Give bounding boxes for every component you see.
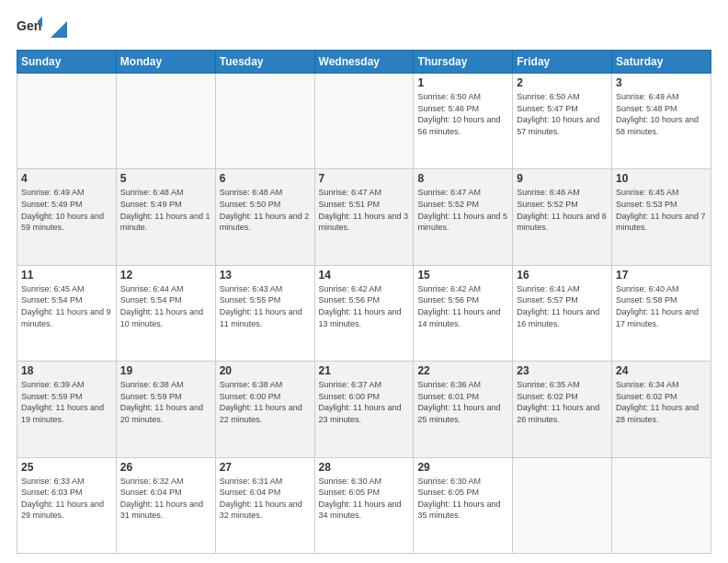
calendar-week-row: 25Sunrise: 6:33 AMSunset: 6:03 PMDayligh…: [17, 457, 711, 553]
calendar-cell: [215, 74, 314, 169]
day-number: 2: [517, 76, 608, 89]
calendar-cell: 6Sunrise: 6:48 AMSunset: 5:50 PMDaylight…: [215, 169, 314, 265]
calendar-cell: 26Sunrise: 6:32 AMSunset: 6:04 PMDayligh…: [116, 457, 215, 553]
calendar-cell: 7Sunrise: 6:47 AMSunset: 5:51 PMDaylight…: [314, 169, 414, 265]
calendar-cell: [513, 457, 612, 553]
day-info: Sunrise: 6:50 AMSunset: 5:47 PMDaylight:…: [517, 91, 608, 137]
day-number: 23: [517, 364, 608, 377]
day-info: Sunrise: 6:30 AMSunset: 6:05 PMDaylight:…: [417, 476, 508, 522]
day-info: Sunrise: 6:47 AMSunset: 5:51 PMDaylight:…: [319, 187, 410, 233]
day-info: Sunrise: 6:38 AMSunset: 5:59 PMDaylight:…: [120, 379, 211, 425]
calendar-cell: 19Sunrise: 6:38 AMSunset: 5:59 PMDayligh…: [116, 362, 215, 457]
day-number: 15: [417, 269, 508, 282]
day-info: Sunrise: 6:33 AMSunset: 6:03 PMDaylight:…: [21, 476, 112, 522]
day-number: 7: [319, 172, 410, 185]
day-info: Sunrise: 6:44 AMSunset: 5:54 PMDaylight:…: [120, 283, 211, 329]
day-number: 5: [120, 172, 211, 185]
day-number: 16: [517, 269, 608, 282]
day-number: 11: [21, 269, 112, 282]
day-info: Sunrise: 6:50 AMSunset: 5:46 PMDaylight:…: [417, 91, 508, 137]
day-number: 24: [616, 364, 707, 377]
day-info: Sunrise: 6:37 AMSunset: 6:00 PMDaylight:…: [319, 379, 410, 425]
calendar-cell: 25Sunrise: 6:33 AMSunset: 6:03 PMDayligh…: [17, 457, 117, 553]
calendar-cell: 22Sunrise: 6:36 AMSunset: 6:01 PMDayligh…: [414, 362, 513, 457]
calendar-cell: 8Sunrise: 6:47 AMSunset: 5:52 PMDaylight…: [414, 169, 513, 265]
day-info: Sunrise: 6:49 AMSunset: 5:49 PMDaylight:…: [21, 187, 112, 233]
calendar-week-row: 1Sunrise: 6:50 AMSunset: 5:46 PMDaylight…: [17, 74, 711, 169]
day-info: Sunrise: 6:43 AMSunset: 5:55 PMDaylight:…: [220, 283, 311, 329]
calendar-week-row: 18Sunrise: 6:39 AMSunset: 5:59 PMDayligh…: [17, 362, 711, 457]
calendar-cell: 17Sunrise: 6:40 AMSunset: 5:58 PMDayligh…: [612, 265, 711, 361]
calendar-cell: 18Sunrise: 6:39 AMSunset: 5:59 PMDayligh…: [17, 362, 117, 457]
day-info: Sunrise: 6:35 AMSunset: 6:02 PMDaylight:…: [517, 379, 608, 425]
day-number: 17: [616, 269, 707, 282]
calendar-cell: 14Sunrise: 6:42 AMSunset: 5:56 PMDayligh…: [314, 265, 414, 361]
calendar-cell: [612, 457, 711, 553]
day-header-monday: Monday: [116, 51, 215, 74]
calendar-cell: 23Sunrise: 6:35 AMSunset: 6:02 PMDayligh…: [513, 362, 612, 457]
day-number: 18: [21, 364, 112, 377]
day-info: Sunrise: 6:38 AMSunset: 6:00 PMDaylight:…: [220, 379, 311, 425]
day-info: Sunrise: 6:49 AMSunset: 5:48 PMDaylight:…: [616, 91, 707, 137]
day-number: 9: [517, 172, 608, 185]
day-info: Sunrise: 6:31 AMSunset: 6:04 PMDaylight:…: [220, 476, 311, 522]
day-info: Sunrise: 6:47 AMSunset: 5:52 PMDaylight:…: [417, 187, 508, 233]
day-header-tuesday: Tuesday: [215, 51, 314, 74]
calendar-table: SundayMondayTuesdayWednesdayThursdayFrid…: [17, 50, 711, 554]
calendar-cell: 3Sunrise: 6:49 AMSunset: 5:48 PMDaylight…: [612, 74, 711, 169]
logo-triangle-icon: [47, 21, 67, 41]
logo: General: [17, 17, 68, 42]
calendar-cell: 29Sunrise: 6:30 AMSunset: 6:05 PMDayligh…: [414, 457, 513, 553]
day-info: Sunrise: 6:40 AMSunset: 5:58 PMDaylight:…: [616, 283, 707, 329]
calendar-cell: 12Sunrise: 6:44 AMSunset: 5:54 PMDayligh…: [116, 265, 215, 361]
calendar-cell: 16Sunrise: 6:41 AMSunset: 5:57 PMDayligh…: [513, 265, 612, 361]
calendar-cell: 11Sunrise: 6:45 AMSunset: 5:54 PMDayligh…: [17, 265, 117, 361]
day-header-sunday: Sunday: [17, 51, 117, 74]
day-info: Sunrise: 6:45 AMSunset: 5:54 PMDaylight:…: [21, 283, 112, 329]
calendar-cell: [314, 74, 414, 169]
day-info: Sunrise: 6:34 AMSunset: 6:02 PMDaylight:…: [616, 379, 707, 425]
day-number: 1: [417, 76, 508, 89]
calendar-header-row: SundayMondayTuesdayWednesdayThursdayFrid…: [17, 51, 711, 74]
day-info: Sunrise: 6:45 AMSunset: 5:53 PMDaylight:…: [616, 187, 707, 233]
day-header-wednesday: Wednesday: [314, 51, 414, 74]
calendar-cell: 28Sunrise: 6:30 AMSunset: 6:05 PMDayligh…: [314, 457, 414, 553]
day-info: Sunrise: 6:42 AMSunset: 5:56 PMDaylight:…: [319, 283, 410, 329]
day-header-saturday: Saturday: [612, 51, 711, 74]
day-number: 12: [120, 269, 211, 282]
day-info: Sunrise: 6:41 AMSunset: 5:57 PMDaylight:…: [517, 283, 608, 329]
calendar-cell: 27Sunrise: 6:31 AMSunset: 6:04 PMDayligh…: [215, 457, 314, 553]
logo-icon: General: [17, 17, 42, 42]
calendar-cell: 20Sunrise: 6:38 AMSunset: 6:00 PMDayligh…: [215, 362, 314, 457]
calendar-cell: [17, 74, 117, 169]
calendar-cell: 10Sunrise: 6:45 AMSunset: 5:53 PMDayligh…: [612, 169, 711, 265]
day-number: 26: [120, 461, 211, 474]
calendar-cell: 21Sunrise: 6:37 AMSunset: 6:00 PMDayligh…: [314, 362, 414, 457]
calendar-cell: 4Sunrise: 6:49 AMSunset: 5:49 PMDaylight…: [17, 169, 117, 265]
day-info: Sunrise: 6:32 AMSunset: 6:04 PMDaylight:…: [120, 476, 211, 522]
day-number: 22: [417, 364, 508, 377]
svg-marker-2: [51, 21, 67, 38]
day-info: Sunrise: 6:30 AMSunset: 6:05 PMDaylight:…: [319, 476, 410, 522]
day-number: 29: [417, 461, 508, 474]
day-number: 14: [319, 269, 410, 282]
calendar-week-row: 11Sunrise: 6:45 AMSunset: 5:54 PMDayligh…: [17, 265, 711, 361]
calendar-page: General SundayMondayTuesdayWednesd: [0, 0, 728, 563]
day-header-friday: Friday: [513, 51, 612, 74]
day-number: 28: [319, 461, 410, 474]
day-number: 10: [616, 172, 707, 185]
day-number: 27: [220, 461, 311, 474]
day-header-thursday: Thursday: [414, 51, 513, 74]
calendar-cell: 15Sunrise: 6:42 AMSunset: 5:56 PMDayligh…: [414, 265, 513, 361]
day-number: 3: [616, 76, 707, 89]
day-info: Sunrise: 6:39 AMSunset: 5:59 PMDaylight:…: [21, 379, 112, 425]
day-number: 20: [220, 364, 311, 377]
day-info: Sunrise: 6:48 AMSunset: 5:49 PMDaylight:…: [120, 187, 211, 233]
calendar-cell: 24Sunrise: 6:34 AMSunset: 6:02 PMDayligh…: [612, 362, 711, 457]
calendar-cell: 13Sunrise: 6:43 AMSunset: 5:55 PMDayligh…: [215, 265, 314, 361]
day-number: 6: [220, 172, 311, 185]
day-number: 13: [220, 269, 311, 282]
calendar-cell: 2Sunrise: 6:50 AMSunset: 5:47 PMDaylight…: [513, 74, 612, 169]
day-info: Sunrise: 6:42 AMSunset: 5:56 PMDaylight:…: [417, 283, 508, 329]
day-info: Sunrise: 6:48 AMSunset: 5:50 PMDaylight:…: [220, 187, 311, 233]
